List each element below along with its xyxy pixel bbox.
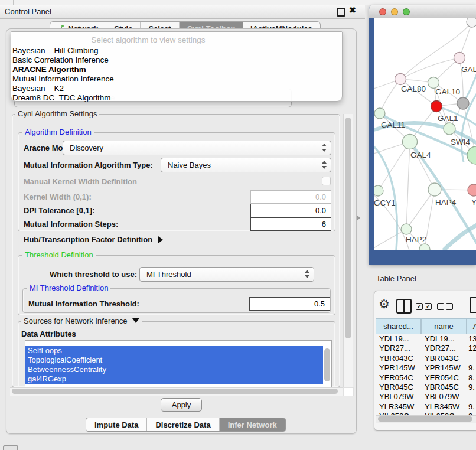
close-window-icon[interactable]: [379, 8, 386, 15]
column-header-a[interactable]: A: [467, 318, 476, 334]
document-icon[interactable]: [470, 297, 476, 313]
network-node[interactable]: [468, 184, 476, 196]
table-cell[interactable]: YBR043C: [425, 354, 467, 363]
network-node[interactable]: [467, 18, 476, 27]
mi-threshold-input[interactable]: 0.5: [249, 297, 330, 311]
dpi-tolerance-input[interactable]: 0.0: [250, 204, 331, 217]
network-edge[interactable]: [400, 58, 459, 79]
network-node[interactable]: [401, 224, 412, 234]
select-all-icon[interactable]: ✓: [425, 303, 432, 310]
network-graph: GALGAL80GAL10GAL1GAL11SWI4GAL4GCY1HAP4YH…: [374, 18, 476, 250]
apply-button[interactable]: Apply: [161, 398, 202, 412]
algorithm-option-mutual-information-inference[interactable]: Mutual Information Inference: [12, 74, 341, 84]
network-node[interactable]: [403, 135, 418, 149]
network-edge[interactable]: [374, 143, 397, 250]
network-node[interactable]: [467, 146, 476, 164]
table-cell[interactable]: YER054C: [379, 373, 421, 383]
table-cell[interactable]: 9.: [468, 383, 476, 392]
table-cell[interactable]: YER054C: [425, 373, 467, 383]
table-cell[interactable]: [468, 392, 476, 402]
split-columns-icon[interactable]: [396, 299, 412, 314]
mi-type-combo[interactable]: Naive Bayes: [161, 158, 331, 172]
attribute-option-gal4rgexp[interactable]: gal4RGexp: [25, 374, 323, 384]
bottom-tab-discretize-data[interactable]: Discretize Data: [147, 418, 219, 431]
table-cell[interactable]: YDL19...: [379, 334, 421, 344]
attribute-option-selfloops[interactable]: SelfLoops: [25, 346, 323, 356]
table-cell[interactable]: YBR045C: [379, 383, 421, 392]
hub-definition-toggle[interactable]: Hub/Transcription Factor Definition: [24, 235, 163, 244]
bottom-tab-impute-data[interactable]: Impute Data: [86, 418, 147, 431]
algorithm-option-aracne-algorithm[interactable]: ARACNE Algorithm: [12, 65, 341, 74]
settings-vscrollbar-thumb[interactable]: [345, 118, 351, 338]
table-cell[interactable]: YDL19...: [425, 334, 467, 344]
manual-kernel-checkbox[interactable]: [322, 177, 331, 185]
network-node[interactable]: [374, 108, 385, 119]
table-cell[interactable]: YLR345W: [425, 402, 467, 412]
algorithm-option-bayesian-hill-climbing[interactable]: Bayesian – Hill Climbing: [12, 46, 341, 56]
algorithm-popup-list: Bayesian – Hill ClimbingBasic Correlatio…: [12, 46, 341, 103]
network-node[interactable]: [454, 53, 465, 64]
mi-type-value: Naive Bayes: [168, 161, 211, 169]
algorithm-option-basic-correlation-inference[interactable]: Basic Correlation Inference: [12, 56, 341, 65]
table-cell[interactable]: YBR045C: [425, 383, 467, 392]
table-cell[interactable]: YPR145W: [425, 363, 467, 373]
splitter-collapse-icon[interactable]: [357, 215, 360, 221]
attribute-option-betweennesscentrality[interactable]: BetweennessCentrality: [25, 365, 323, 374]
network-edge[interactable]: [406, 190, 435, 229]
column-header-shared-[interactable]: shared...: [376, 318, 421, 334]
select-all-icon[interactable]: ✓: [416, 303, 423, 310]
network-edge[interactable]: [378, 142, 410, 191]
sources-title[interactable]: Sources for Network Inference: [21, 317, 142, 325]
table-cell[interactable]: 9.: [468, 363, 476, 373]
minimize-window-icon[interactable]: [391, 8, 398, 15]
node-label-gal80: GAL80: [401, 84, 426, 93]
bottom-tab-infer-network[interactable]: Infer Network: [220, 418, 285, 431]
kernel-width-input[interactable]: 0.0: [250, 190, 331, 204]
table-cell[interactable]: 9.: [468, 402, 476, 412]
attribute-list-scrollbar-thumb[interactable]: [324, 348, 330, 381]
which-threshold-combo[interactable]: MI Threshold: [139, 267, 314, 282]
algorithm-option-dream8-dc-tdc-algorithm[interactable]: Dream8 DC_TDC Algorithm: [12, 93, 341, 103]
network-edge[interactable]: [406, 142, 410, 229]
network-node[interactable]: [444, 123, 455, 135]
table-cell[interactable]: 13: [468, 334, 476, 344]
deselect-all-icon[interactable]: [437, 303, 444, 310]
algorithm-option-bayesian-k2[interactable]: Bayesian – K2: [12, 84, 341, 93]
table-cell[interactable]: YPR145W: [379, 363, 421, 373]
gear-icon[interactable]: ⚙: [379, 297, 390, 311]
mi-steps-input[interactable]: 6: [250, 217, 331, 231]
deselect-all-icon[interactable]: [446, 303, 453, 310]
close-panel-icon[interactable]: ✖: [349, 5, 356, 15]
network-canvas[interactable]: GALGAL80GAL10GAL1GAL11SWI4GAL4GCY1HAP4YH…: [374, 18, 476, 250]
attribute-option-topologicalcoefficient[interactable]: TopologicalCoefficient: [25, 356, 323, 365]
table-cell[interactable]: YBL079W: [379, 392, 421, 402]
maximize-window-icon[interactable]: [403, 8, 410, 15]
network-node[interactable]: [457, 97, 469, 109]
settings-hscrollbar-thumb[interactable]: [12, 389, 338, 394]
table-hscrollbar-thumb[interactable]: [378, 416, 472, 422]
minimized-panel-icon[interactable]: [3, 445, 18, 450]
network-node[interactable]: [395, 74, 406, 85]
node-label-gcy1: GCY1: [374, 198, 396, 207]
network-node[interactable]: [431, 101, 442, 112]
node-label-y: Y: [471, 198, 476, 207]
network-node[interactable]: [374, 185, 383, 196]
clipped-list-row: [25, 341, 331, 346]
network-edge[interactable]: [444, 223, 476, 250]
float-panel-icon[interactable]: [337, 8, 345, 17]
algorithm-definition-title: Algorithm Definition: [22, 128, 94, 136]
network-edge[interactable]: [380, 79, 400, 113]
table-cell[interactable]: YDR27...: [425, 344, 467, 353]
table-cell[interactable]: 8.: [468, 373, 476, 383]
aracne-mode-combo[interactable]: Discovery: [63, 141, 331, 155]
network-window-titlebar[interactable]: [369, 5, 476, 18]
table-cell[interactable]: 12: [468, 344, 476, 353]
network-node[interactable]: [428, 77, 439, 89]
table-cell[interactable]: YLR345W: [379, 402, 421, 412]
table-cell[interactable]: YDR27...: [379, 344, 421, 353]
table-cell[interactable]: YBR043C: [379, 354, 421, 363]
column-header-name[interactable]: name: [421, 318, 467, 334]
table-cell[interactable]: [468, 354, 476, 363]
table-cell[interactable]: YBL079W: [425, 392, 467, 402]
network-node[interactable]: [428, 183, 441, 196]
